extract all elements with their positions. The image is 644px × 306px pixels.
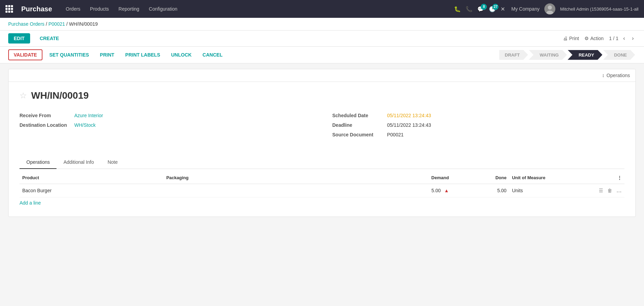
- cell-packaging: [164, 184, 308, 197]
- print-icon: 🖨: [563, 36, 568, 41]
- breadcrumb-current: WH/IN/00019: [69, 21, 98, 27]
- menu-products[interactable]: Products: [86, 4, 113, 14]
- cell-done: 5.00: [452, 184, 509, 197]
- col-header-done: Done: [452, 172, 509, 184]
- print-labels-button[interactable]: PRINT LABELS: [121, 50, 164, 60]
- chat-badge: 8: [481, 4, 487, 10]
- detail-list-icon[interactable]: ☰: [599, 188, 603, 193]
- card-header: ↕ Operations: [9, 69, 635, 82]
- phone-icon[interactable]: 📞: [466, 6, 472, 12]
- favorite-star-icon[interactable]: ☆: [20, 91, 27, 100]
- table-row: Bacon Burger 5.00 ▲ 5.00 Units ☰ 🗑 …: [20, 184, 624, 197]
- sort-icon: ↕: [602, 73, 605, 78]
- topnav-icon-group: 🐛 📞 💬 8 🕐 27 ✕ My Company Mitchell Admin…: [454, 3, 639, 14]
- col-header-uom: Unit of Measure: [509, 172, 567, 184]
- field-deadline: Deadline 05/11/2022 13:24:43: [332, 120, 625, 130]
- add-line-button[interactable]: Add a line: [20, 197, 624, 208]
- top-menu: Orders Products Reporting Configuration: [62, 4, 181, 14]
- clock-badge: 27: [492, 4, 498, 10]
- cancel-button[interactable]: CANCEL: [199, 50, 227, 60]
- edit-button[interactable]: EDIT: [8, 33, 30, 44]
- validate-button[interactable]: VALIDATE: [8, 49, 42, 60]
- operations-table: Product Packaging Demand Done Unit of Me…: [20, 172, 624, 197]
- field-destination: Destination Location WH/Stock: [20, 120, 312, 130]
- form-fields: Receive From Azure Interior Destination …: [20, 111, 624, 139]
- breadcrumb-p00021[interactable]: P00021: [49, 21, 65, 27]
- apps-grid-icon[interactable]: [5, 5, 13, 13]
- prev-button[interactable]: ‹: [621, 35, 627, 42]
- cell-product: Bacon Burger: [20, 184, 164, 197]
- action-button[interactable]: ⚙ Action: [584, 36, 604, 41]
- cell-demand: 5.00 ▲: [307, 184, 452, 197]
- clock-icon[interactable]: 🕐 27: [489, 6, 496, 12]
- breadcrumb-purchase-orders[interactable]: Purchase Orders: [8, 21, 45, 27]
- col-header-packaging: Packaging: [164, 172, 308, 184]
- step-ready: READY: [568, 50, 603, 60]
- main-content: ↕ Operations ☆ WH/IN/00019 Receive From …: [0, 63, 644, 301]
- top-navigation: Purchase Orders Products Reporting Confi…: [0, 0, 644, 18]
- delete-icon[interactable]: 🗑: [607, 188, 612, 193]
- operations-panel-button[interactable]: ↕ Operations: [602, 73, 630, 78]
- brand-name: Purchase: [21, 5, 52, 13]
- fields-right: Scheduled Date 05/11/2022 13:24:43 Deadl…: [332, 111, 625, 139]
- wrench-icon[interactable]: ✕: [501, 6, 505, 12]
- unlock-button[interactable]: UNLOCK: [167, 50, 196, 60]
- step-done: DONE: [603, 50, 635, 60]
- create-button[interactable]: CREATE: [34, 33, 65, 44]
- step-waiting: WAITING: [529, 50, 567, 60]
- col-header-product: Product: [20, 172, 164, 184]
- main-card: ↕ Operations ☆ WH/IN/00019 Receive From …: [8, 69, 636, 217]
- tab-bar: Operations Additional Info Note: [20, 156, 624, 169]
- cell-uom: Units: [509, 184, 567, 197]
- status-bar: VALIDATE SET QUANTITIES PRINT PRINT LABE…: [0, 47, 644, 63]
- title-row: ☆ WH/IN/00019: [20, 90, 624, 101]
- form-content: ☆ WH/IN/00019 Receive From Azure Interio…: [9, 82, 635, 156]
- field-receive-from: Receive From Azure Interior: [20, 111, 312, 120]
- cell-actions: ☰ 🗑 …: [567, 184, 624, 197]
- tab-operations[interactable]: Operations: [20, 156, 56, 169]
- user-info: Mitchell Admin (15369054-saas-15-1-all: [560, 7, 639, 12]
- bug-icon[interactable]: 🐛: [454, 6, 461, 12]
- field-source-document: Source Document P00021: [332, 130, 625, 139]
- gear-icon: ⚙: [584, 36, 589, 41]
- operations-table-wrap: Product Packaging Demand Done Unit of Me…: [9, 172, 635, 217]
- pagination: 1 / 1 ‹ ›: [609, 35, 636, 42]
- row-more-icon[interactable]: …: [616, 187, 622, 193]
- print-action-button[interactable]: PRINT: [96, 50, 118, 60]
- col-header-demand: Demand: [307, 172, 452, 184]
- action-bar: EDIT CREATE 🖨 Print ⚙ Action 1 / 1 ‹ ›: [0, 30, 644, 47]
- col-header-actions: ⋮: [567, 172, 624, 184]
- menu-reporting[interactable]: Reporting: [114, 4, 143, 14]
- status-steps: DRAFT WAITING READY DONE: [499, 50, 636, 60]
- menu-configuration[interactable]: Configuration: [145, 4, 181, 14]
- next-button[interactable]: ›: [630, 35, 636, 42]
- svg-point-1: [548, 5, 552, 10]
- forecast-icon[interactable]: ▲: [444, 188, 449, 193]
- tab-additional-info[interactable]: Additional Info: [56, 156, 101, 169]
- company-name: My Company: [511, 6, 539, 12]
- breadcrumb: Purchase Orders / P00021 / WH/IN/00019: [0, 18, 644, 30]
- menu-orders[interactable]: Orders: [62, 4, 85, 14]
- column-menu-icon[interactable]: ⋮: [617, 175, 622, 180]
- set-quantities-button[interactable]: SET QUANTITIES: [45, 50, 93, 60]
- fields-left: Receive From Azure Interior Destination …: [20, 111, 312, 139]
- avatar[interactable]: [544, 3, 555, 14]
- field-scheduled-date: Scheduled Date 05/11/2022 13:24:43: [332, 111, 625, 120]
- form-title: WH/IN/00019: [31, 90, 89, 101]
- print-button[interactable]: 🖨 Print: [563, 36, 579, 41]
- chat-icon[interactable]: 💬 8: [477, 6, 484, 12]
- step-draft: DRAFT: [499, 50, 528, 60]
- tab-note[interactable]: Note: [101, 156, 125, 169]
